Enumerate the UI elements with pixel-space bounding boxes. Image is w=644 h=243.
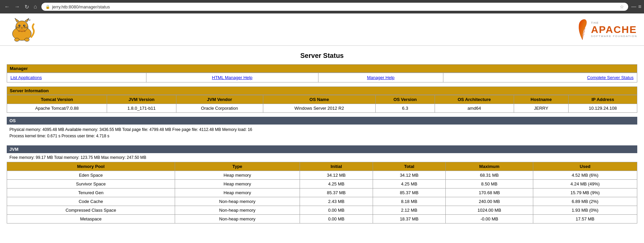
memory-cell-4-4: 1024.00 MB [446,206,533,215]
server-info-data-row: Apache Tomcat/7.0.88 1.8.0_171-b11 Oracl… [7,104,637,113]
page-title: Server Status [7,46,637,64]
memory-cell-1-1: Heap memory [175,180,300,188]
memory-cell-1-4: 8.50 MB [446,180,533,188]
svg-point-7 [24,25,25,26]
memory-cell-4-1: Non-heap memory [175,206,300,215]
memory-cell-5-5: 17.57 MB [533,215,637,223]
svg-point-13 [14,38,19,41]
val-hostname: JERRY [514,104,568,113]
home-button[interactable]: ⌂ [32,3,39,11]
memory-cell-1-3: 4.25 MB [373,180,446,188]
memory-cell-5-4: -0.00 MB [446,215,533,223]
os-info-line1: Physical memory: 4095.48 MB Available me… [9,127,635,133]
memory-cell-1-2: 4.25 MB [300,180,373,188]
memory-cell-4-5: 1.93 MB (0%) [533,206,637,215]
memory-cell-0-2: 34.12 MB [300,171,373,180]
apache-logo: THE APACHE SOFTWARE FOUNDATION [570,17,637,42]
jvm-section-header: JVM [7,145,637,153]
col-os-arch: OS Architecture [435,95,514,104]
nav-cell-manager-help: Manager Help [318,73,443,82]
jvm-section: JVM Free memory: 99.17 MB Total memory: … [7,145,637,223]
memory-cell-0-3: 34.12 MB [373,171,446,180]
memory-cell-3-1: Non-heap memory [175,197,300,206]
memory-cell-4-3: 2.12 MB [373,206,446,215]
col-memory-pool: Memory Pool [7,162,175,171]
complete-server-status-link[interactable]: Complete Server Status [587,75,634,80]
tomcat-logo: TM [7,17,37,42]
col-type: Type [175,162,300,171]
server-info-header: Server Information [7,86,637,95]
svg-point-14 [25,38,29,41]
os-section-header: OS [7,117,637,125]
jvm-info-line: Free memory: 99.17 MB Total memory: 123.… [9,155,635,160]
memory-pool-row: Tenured GenHeap memory85.37 MB85.37 MB17… [7,188,637,197]
memory-pool-table: Memory Pool Type Initial Total Maximum U… [7,162,637,223]
os-info-line2: Process kernel time: 0.671 s Process use… [9,133,635,139]
apache-feather-icon [576,18,588,41]
jvm-info: Free memory: 99.17 MB Total memory: 123.… [7,153,637,162]
col-initial: Initial [300,162,373,171]
html-manager-help-link[interactable]: HTML Manager Help [212,75,252,80]
col-tomcat-version: Tomcat Version [7,95,107,104]
server-info-header-row: Tomcat Version JVM Version JVM Vendor OS… [7,95,637,104]
val-jvm-vendor: Oracle Corporation [176,104,263,113]
memory-cell-1-5: 4.24 MB (49%) [533,180,637,188]
col-jvm-version: JVM Version [107,95,176,104]
val-tomcat-version: Apache Tomcat/7.0.88 [7,104,107,113]
col-jvm-vendor: JVM Vendor [176,95,263,104]
list-applications-link[interactable]: List Applications [10,75,42,80]
manager-section: Manager List Applications HTML Manager H… [7,64,637,82]
memory-cell-5-1: Non-heap memory [175,215,300,223]
memory-cell-2-5: 15.79 MB (9%) [533,188,637,197]
memory-cell-1-0: Survivor Space [7,180,175,188]
address-bar[interactable]: 🔒 jerry.htb:8080/manager/status ☆ [41,3,628,11]
header-bar: TM [0,13,644,46]
col-hostname: Hostname [514,95,568,104]
memory-pool-row: Survivor SpaceHeap memory4.25 MB4.25 MB8… [7,180,637,188]
nav-buttons: ← → ↻ ⌂ [3,3,39,11]
memory-cell-3-5: 6.89 MB (2%) [533,197,637,206]
apache-label: APACHE [591,25,637,35]
svg-point-4 [19,25,21,27]
tomcat-logo-svg: TM [7,17,37,42]
col-os-version: OS Version [376,95,435,104]
browser-chrome: ← → ↻ ⌂ 🔒 jerry.htb:8080/manager/status … [0,0,644,13]
svg-point-5 [23,25,25,27]
memory-pool-row: Eden SpaceHeap memory34.12 MB34.12 MB68.… [7,171,637,180]
back-button[interactable]: ← [3,3,11,11]
memory-cell-0-4: 68.31 MB [446,171,533,180]
memory-pool-header-row: Memory Pool Type Initial Total Maximum U… [7,162,637,171]
col-os-name: OS Name [263,95,375,104]
software-foundation-label: SOFTWARE FOUNDATION [591,35,637,38]
memory-cell-2-3: 85.37 MB [373,188,446,197]
server-info-table: Tomcat Version JVM Version JVM Vendor OS… [7,95,637,113]
browser-actions: ⸻ ≡ [631,4,641,10]
svg-point-6 [20,25,20,26]
forward-button[interactable]: → [13,3,22,11]
manager-nav-row: List Applications HTML Manager Help Mana… [7,73,637,82]
memory-cell-0-0: Eden Space [7,171,175,180]
nav-cell-complete-status: Complete Server Status [443,73,637,82]
memory-cell-2-2: 85.37 MB [300,188,373,197]
memory-cell-4-2: 0.00 MB [300,206,373,215]
memory-cell-3-2: 2.43 MB [300,197,373,206]
page-content: TM [0,13,644,223]
val-os-arch: amd64 [435,104,514,113]
manager-section-header: Manager [7,64,637,73]
manager-nav-table: List Applications HTML Manager Help Mana… [7,73,637,82]
svg-text:TM: TM [27,19,30,21]
bookmark-icon: ☆ [620,4,624,9]
memory-cell-2-0: Tenured Gen [7,188,175,197]
memory-cell-3-3: 8.18 MB [373,197,446,206]
reload-button[interactable]: ↻ [23,3,31,11]
val-ip-address: 10.129.24.108 [569,104,637,113]
svg-point-8 [21,27,23,28]
manager-help-link[interactable]: Manager Help [367,75,395,80]
memory-cell-3-0: Code Cache [7,197,175,206]
col-total: Total [373,162,446,171]
memory-cell-5-0: Metaspace [7,215,175,223]
menu-icon[interactable]: ≡ [638,4,641,10]
memory-pool-row: Code CacheNon-heap memory2.43 MB8.18 MB2… [7,197,637,206]
extensions-icon: ⸻ [631,4,636,10]
memory-cell-4-0: Compressed Class Space [7,206,175,215]
